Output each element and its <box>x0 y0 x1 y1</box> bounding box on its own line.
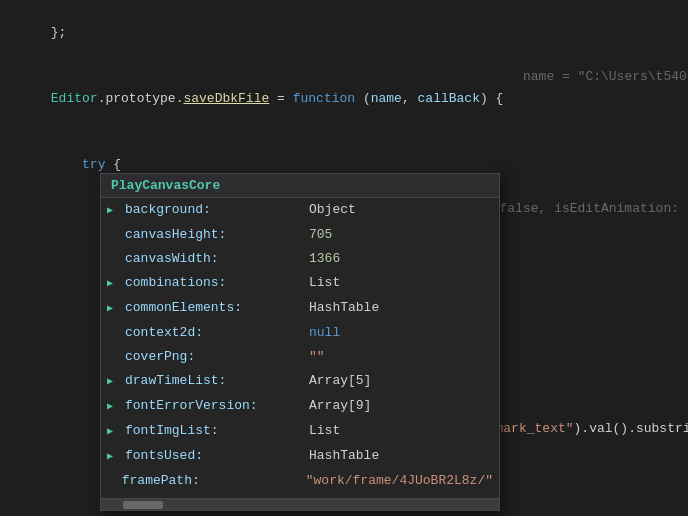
tooltip-item[interactable]: ▶combinations: List <box>101 271 499 296</box>
tooltip-key: fontErrorVersion: <box>125 396 305 416</box>
tooltip-value: Array[5] <box>309 371 371 391</box>
tooltip-value: List <box>309 273 340 293</box>
expand-arrow-icon: ▶ <box>107 372 121 392</box>
code-editor: }; Editor.prototype.saveDbkFile = functi… <box>0 0 688 516</box>
tooltip-key: commonElements: <box>125 298 305 318</box>
tooltip-value: HashTable <box>309 298 379 318</box>
expand-arrow-icon: ▶ <box>107 447 121 467</box>
tooltip-value: HashTable <box>309 446 379 466</box>
tooltip-item[interactable]: framePath: "work/frame/4JUoBR2L8z/" <box>101 469 499 493</box>
tooltip-item[interactable]: canvasWidth: 1366 <box>101 247 499 271</box>
tooltip-key: frames: <box>125 495 305 498</box>
code-line-2: Editor.prototype.saveDbkFile = function … <box>0 66 688 132</box>
expand-arrow-icon: ▶ <box>107 422 121 442</box>
tooltip-hscroll[interactable] <box>101 498 499 510</box>
expand-arrow-icon: ▶ <box>107 274 121 294</box>
tooltip-value: List <box>309 421 340 441</box>
tooltip-title: PlayCanvasCore <box>101 174 499 198</box>
expand-arrow-icon: ▶ <box>107 201 121 221</box>
tooltip-item[interactable]: ▶drawTimeList: Array[5] <box>101 369 499 394</box>
tooltip-popup[interactable]: PlayCanvasCore ▶background: Objectcanvas… <box>100 173 500 511</box>
tooltip-item[interactable]: ▶background: Object <box>101 198 499 223</box>
tooltip-key: fontsUsed: <box>125 446 305 466</box>
tooltip-item[interactable]: context2d: null <box>101 321 499 345</box>
tooltip-key: canvasWidth: <box>125 249 305 269</box>
tooltip-hscroll-thumb <box>123 501 163 509</box>
tooltip-key: combinations: <box>125 273 305 293</box>
tooltip-value: Object <box>309 200 356 220</box>
tooltip-key: canvasHeight: <box>125 225 305 245</box>
tooltip-key: framePath: <box>122 471 302 491</box>
tooltip-key: background: <box>125 200 305 220</box>
tooltip-value: Array[9] <box>309 396 371 416</box>
tooltip-item[interactable]: ▶commonElements: HashTable <box>101 296 499 321</box>
tooltip-item[interactable]: ▶fontsUsed: HashTable <box>101 444 499 469</box>
tooltip-value: 705 <box>309 225 332 245</box>
expand-arrow-icon: ▶ <box>107 299 121 319</box>
tooltip-item[interactable]: ▶fontImgList: List <box>101 419 499 444</box>
expand-arrow-icon: ▶ <box>107 397 121 417</box>
tooltip-value: DtoFrames <box>309 495 379 498</box>
tooltip-item[interactable]: canvasHeight: 705 <box>101 223 499 247</box>
tooltip-value: null <box>309 323 340 343</box>
tooltip-value: "" <box>309 347 325 367</box>
expand-arrow-icon: ▶ <box>107 496 121 498</box>
tooltip-key: drawTimeList: <box>125 371 305 391</box>
tooltip-value: 1366 <box>309 249 340 269</box>
tooltip-item[interactable]: ▶fontErrorVersion: Array[9] <box>101 394 499 419</box>
tooltip-key: coverPng: <box>125 347 305 367</box>
tooltip-body[interactable]: ▶background: ObjectcanvasHeight: 705canv… <box>101 198 499 498</box>
code-line-1: }; <box>0 0 688 66</box>
tooltip-key: fontImgList: <box>125 421 305 441</box>
tooltip-item[interactable]: coverPng: "" <box>101 345 499 369</box>
tooltip-value: "work/frame/4JUoBR2L8z/" <box>306 471 493 491</box>
tooltip-key: context2d: <box>125 323 305 343</box>
